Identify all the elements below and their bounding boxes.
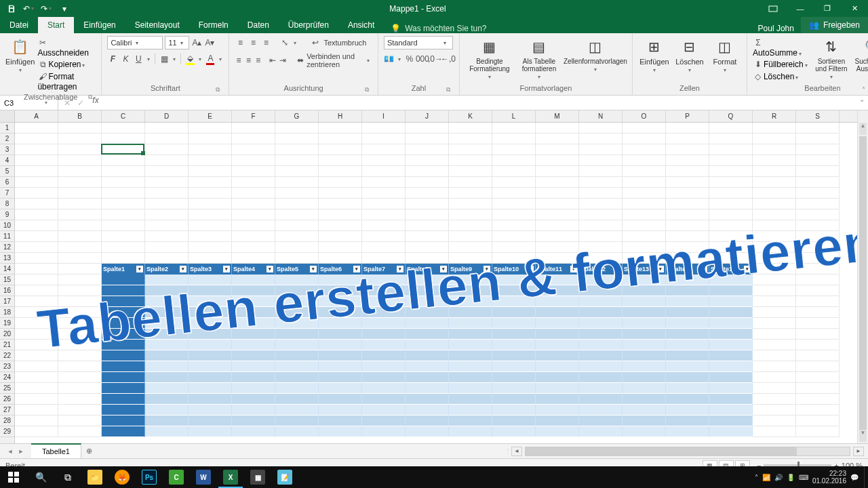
- table-cell[interactable]: [623, 383, 666, 394]
- cell[interactable]: [492, 220, 536, 231]
- table-cell[interactable]: [275, 296, 319, 307]
- font-size-select[interactable]: 11▾: [165, 36, 189, 49]
- column-header[interactable]: H: [319, 110, 362, 122]
- row-header[interactable]: 26: [0, 394, 14, 405]
- tab-pagelayout[interactable]: Seitenlayout: [125, 17, 189, 33]
- table-cell[interactable]: [492, 340, 536, 350]
- cell[interactable]: [362, 242, 406, 253]
- cell[interactable]: [58, 177, 102, 188]
- table-cell[interactable]: [145, 405, 189, 415]
- table-cell[interactable]: [145, 340, 189, 350]
- cell[interactable]: [145, 220, 189, 231]
- cell[interactable]: [753, 307, 796, 318]
- expand-formula-bar[interactable]: ⌄: [856, 96, 868, 110]
- cell[interactable]: [623, 134, 666, 144]
- insert-cells-button[interactable]: ⊞Einfügen▾: [638, 36, 671, 73]
- table-cell[interactable]: [145, 307, 189, 318]
- table-cell[interactable]: [145, 350, 189, 361]
- cell[interactable]: [666, 209, 709, 220]
- cell[interactable]: [449, 134, 492, 144]
- table-cell[interactable]: [492, 350, 536, 361]
- cell[interactable]: [536, 209, 579, 220]
- user-name[interactable]: Poul John: [751, 24, 801, 33]
- cell[interactable]: [15, 253, 58, 264]
- cell[interactable]: [536, 199, 579, 209]
- cell[interactable]: [623, 155, 666, 166]
- horizontal-scrollbar[interactable]: [525, 447, 850, 456]
- table-cell[interactable]: [492, 394, 536, 405]
- table-cell[interactable]: [362, 394, 406, 405]
- cell[interactable]: [709, 188, 753, 199]
- show-desktop-button[interactable]: [864, 466, 868, 488]
- tray-network-icon[interactable]: 📶: [762, 474, 770, 481]
- table-cell[interactable]: [145, 394, 189, 405]
- table-cell[interactable]: [449, 285, 492, 296]
- font-launcher[interactable]: ⧉: [214, 85, 222, 94]
- cell[interactable]: [102, 177, 145, 188]
- table-cell[interactable]: [232, 350, 275, 361]
- table-cell[interactable]: [449, 405, 492, 415]
- sort-filter-button[interactable]: ⇅Sortieren und Filtern▾: [812, 36, 850, 80]
- cell[interactable]: [362, 209, 406, 220]
- table-cell[interactable]: [579, 372, 623, 383]
- table-cell[interactable]: [102, 274, 145, 285]
- table-cell[interactable]: [666, 296, 709, 307]
- cell[interactable]: [232, 166, 275, 177]
- taskview-button[interactable]: ⧉: [54, 466, 81, 488]
- table-cell[interactable]: [189, 274, 232, 285]
- row-header[interactable]: 29: [0, 426, 14, 437]
- table-cell[interactable]: [709, 329, 753, 340]
- cell[interactable]: [275, 242, 319, 253]
- cell[interactable]: [709, 134, 753, 144]
- filter-dropdown-icon[interactable]: ▾: [353, 266, 360, 272]
- cell[interactable]: [579, 231, 623, 242]
- cell[interactable]: [796, 220, 840, 231]
- cell[interactable]: [536, 188, 579, 199]
- table-cell[interactable]: [709, 383, 753, 394]
- cell[interactable]: [406, 199, 449, 209]
- cell[interactable]: [449, 188, 492, 199]
- table-cell[interactable]: [579, 426, 623, 437]
- action-center-icon[interactable]: 💬: [850, 474, 859, 481]
- cell[interactable]: [666, 144, 709, 155]
- table-cell[interactable]: [709, 426, 753, 437]
- search-taskbar-button[interactable]: 🔍: [27, 466, 54, 488]
- cell[interactable]: [145, 134, 189, 144]
- share-button[interactable]: 👥Freigeben: [801, 17, 868, 33]
- cell[interactable]: [319, 123, 362, 134]
- cell[interactable]: [709, 177, 753, 188]
- column-header[interactable]: N: [579, 110, 623, 122]
- table-cell[interactable]: [102, 415, 145, 426]
- table-cell[interactable]: [232, 394, 275, 405]
- cell[interactable]: [15, 361, 58, 372]
- cell[interactable]: [449, 242, 492, 253]
- row-header[interactable]: 20: [0, 329, 14, 340]
- cell[interactable]: [709, 220, 753, 231]
- table-cell[interactable]: [579, 415, 623, 426]
- cell[interactable]: [232, 155, 275, 166]
- table-cell[interactable]: [102, 405, 145, 415]
- table-cell[interactable]: [232, 361, 275, 372]
- table-row[interactable]: [102, 285, 753, 296]
- cell[interactable]: [449, 144, 492, 155]
- table-cell[interactable]: [189, 426, 232, 437]
- cell[interactable]: [232, 177, 275, 188]
- cell[interactable]: [449, 253, 492, 264]
- filter-dropdown-icon[interactable]: ▾: [614, 266, 620, 272]
- cell[interactable]: [579, 177, 623, 188]
- cell[interactable]: [753, 253, 796, 264]
- table-cell[interactable]: [623, 415, 666, 426]
- table-cell[interactable]: [275, 340, 319, 350]
- tab-file[interactable]: Datei: [0, 17, 38, 33]
- cell[interactable]: [362, 220, 406, 231]
- table-cell[interactable]: [102, 426, 145, 437]
- table-cell[interactable]: [189, 296, 232, 307]
- cell[interactable]: [275, 144, 319, 155]
- cell[interactable]: [796, 329, 840, 340]
- table-cell[interactable]: [666, 415, 709, 426]
- cell[interactable]: [102, 166, 145, 177]
- cell[interactable]: [709, 144, 753, 155]
- table-cell[interactable]: [449, 426, 492, 437]
- table-cell[interactable]: [536, 340, 579, 350]
- cell[interactable]: [709, 199, 753, 209]
